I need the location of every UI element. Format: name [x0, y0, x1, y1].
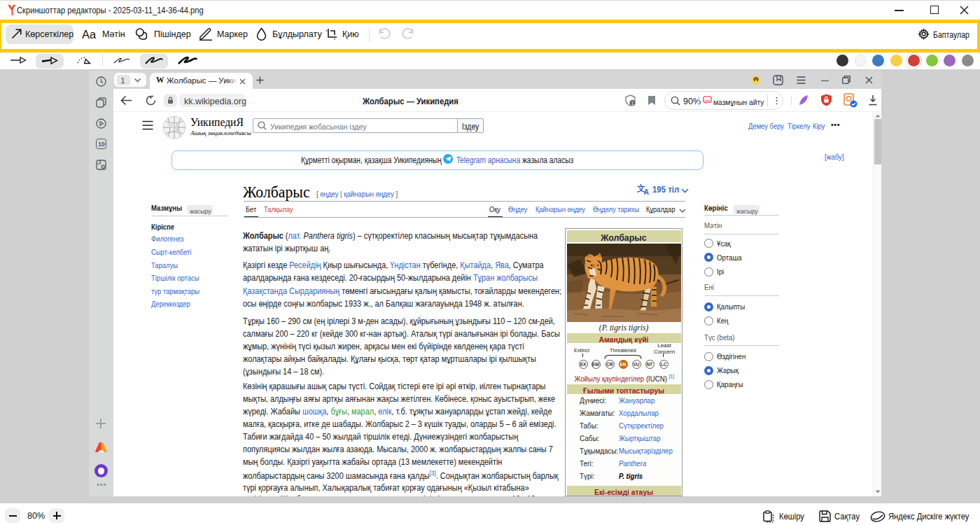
svg-text:««: «« [705, 98, 710, 102]
svg-text:1: 1 [631, 100, 634, 106]
svg-text:A: A [644, 188, 650, 195]
